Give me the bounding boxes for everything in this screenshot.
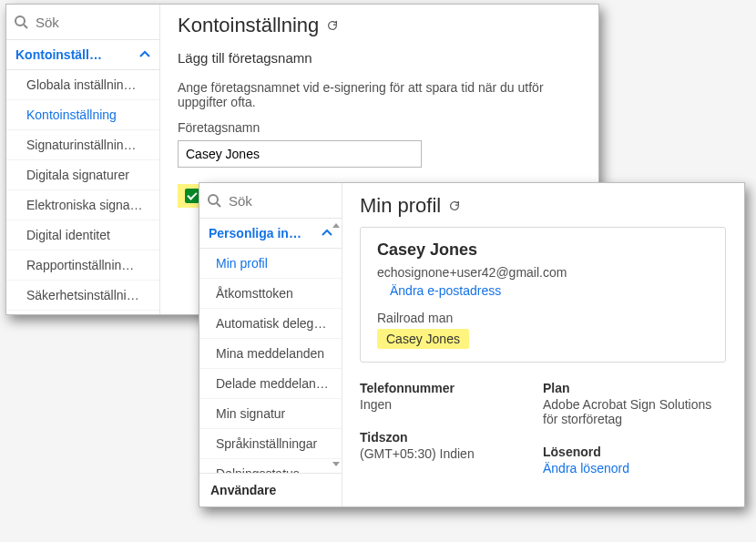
sidebar-item[interactable]: Delade meddelan… — [199, 369, 342, 399]
sidebar-b: Personliga in… Min profilÅtkomsttokenAut… — [199, 183, 342, 506]
sidebar-item[interactable]: Digital identitet — [6, 220, 159, 251]
sidebar-item[interactable]: Språkinställningar — [199, 429, 342, 459]
svg-line-1 — [24, 25, 27, 28]
refresh-icon[interactable] — [448, 199, 461, 212]
plan-value: Adobe Acrobat Sign Solutions för storför… — [543, 397, 726, 426]
sidebar-item[interactable]: Digitala signaturer — [6, 160, 159, 190]
timezone-value: (GMT+05:30) Indien — [360, 446, 543, 461]
profile-details-grid: Telefonnummer Ingen Tidszon (GMT+05:30) … — [360, 381, 726, 476]
sidebar-item[interactable]: Signaturinställnin… — [6, 130, 159, 160]
sidebar-item[interactable]: Elektroniska signa… — [6, 190, 159, 220]
field-label-company: Företagsnamn — [178, 120, 580, 135]
sidebar-category-label: Personliga in… — [209, 226, 301, 240]
page-title: Kontoinställning — [178, 14, 319, 37]
profile-email: echosignone+user42@gmail.com — [377, 265, 709, 280]
sidebar-item[interactable]: Rapportinställnin… — [6, 251, 159, 281]
refresh-icon[interactable] — [326, 19, 339, 32]
svg-point-2 — [209, 195, 218, 204]
search-icon — [14, 15, 28, 29]
profile-company-highlight: Casey Jones — [377, 329, 469, 349]
my-profile-content: Min profil Casey Jones echosignone+user4… — [342, 183, 744, 486]
page-title: Min profil — [360, 194, 441, 218]
sidebar-category-personal[interactable]: Personliga in… — [199, 219, 342, 249]
sidebar-item[interactable]: Mina meddelanden — [199, 339, 342, 369]
svg-line-3 — [217, 203, 220, 207]
phone-value: Ingen — [360, 397, 543, 412]
sidebar-a: Kontoinställ… Globala inställnin…Kontoin… — [6, 5, 160, 314]
scroll-up-icon[interactable] — [332, 223, 340, 228]
sidebar-item[interactable]: Åtkomsttoken — [199, 279, 342, 309]
sidebar-item[interactable]: Automatisk deleg… — [199, 309, 342, 339]
help-text: Ange företagsnamnet vid e-signering för … — [178, 80, 580, 109]
search-icon — [207, 193, 221, 208]
users-tab[interactable]: Användare — [199, 473, 342, 506]
search-box[interactable] — [6, 5, 159, 40]
chevron-up-icon — [139, 49, 150, 60]
svg-point-0 — [15, 16, 25, 26]
search-input[interactable] — [34, 14, 152, 31]
search-box[interactable] — [199, 183, 342, 219]
sidebar-item[interactable]: Min profil — [199, 249, 342, 279]
password-label: Lösenord — [543, 445, 726, 459]
timezone-label: Tidszon — [360, 430, 543, 445]
profile-card: Casey Jones echosignone+user42@gmail.com… — [360, 227, 726, 363]
phone-label: Telefonnummer — [360, 381, 543, 395]
change-password-link[interactable]: Ändra lösenord — [543, 461, 629, 476]
sidebar-scrollbar[interactable] — [332, 223, 340, 466]
scroll-down-icon[interactable] — [332, 462, 340, 466]
change-email-link[interactable]: Ändra e-postadress — [390, 283, 501, 298]
my-profile-panel: Personliga in… Min profilÅtkomsttokenAut… — [199, 182, 745, 507]
plan-label: Plan — [543, 381, 726, 395]
sidebar-item[interactable]: Min signatur — [199, 399, 342, 429]
chevron-up-icon — [322, 228, 332, 239]
sidebar-item[interactable]: Kontoinställning — [6, 100, 159, 130]
profile-role: Railroad man — [377, 311, 709, 325]
sidebar-category-label: Kontoinställ… — [15, 47, 102, 62]
sidebar-category-account[interactable]: Kontoinställ… — [6, 40, 159, 70]
company-name-input[interactable] — [178, 140, 422, 168]
sidebar-item[interactable]: Säkerhetsinställni… — [6, 281, 159, 311]
sidebar-item[interactable]: Skicka-inställningar — [6, 311, 159, 315]
profile-name: Casey Jones — [377, 240, 709, 260]
sidebar-item[interactable]: Globala inställnin… — [6, 70, 159, 100]
checkbox-icon[interactable] — [185, 189, 199, 203]
search-input[interactable] — [227, 192, 334, 210]
section-header: Lägg till företagsnamn — [178, 50, 580, 66]
